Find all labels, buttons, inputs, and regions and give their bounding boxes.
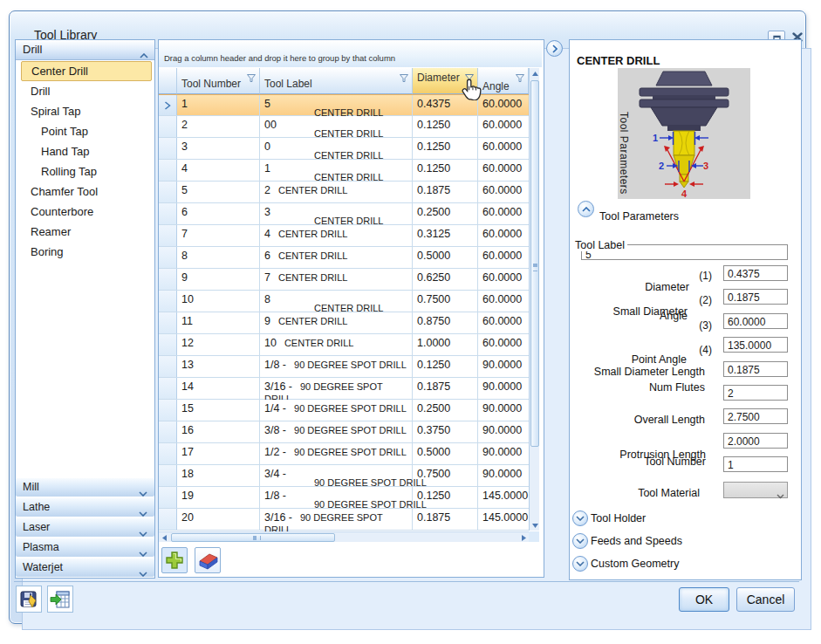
- table-row[interactable]: 15CENTER DRILL0.437560.0000: [159, 94, 529, 116]
- table-row[interactable]: 200CENTER DRILL0.125060.0000: [159, 116, 529, 138]
- table-row[interactable]: 171/2 -90 DEGREE SPOT DRILL0.500090.0000: [159, 443, 529, 465]
- vertical-scroll-thumb[interactable]: [530, 80, 539, 447]
- scroll-left-icon[interactable]: [159, 532, 169, 543]
- row-header-cell[interactable]: [159, 421, 177, 442]
- sidebar-item-center-drill[interactable]: Center Drill: [21, 61, 152, 81]
- point-angle-input[interactable]: 135.0000: [723, 337, 788, 353]
- row-header-cell[interactable]: [159, 443, 177, 464]
- row-header-cell[interactable]: [159, 160, 177, 181]
- sidebar-item-hand-tap[interactable]: Hand Tap: [16, 141, 154, 161]
- filter-icon[interactable]: [515, 71, 525, 86]
- row-header-cell[interactable]: [159, 138, 177, 159]
- row-header-cell[interactable]: [159, 247, 177, 268]
- table-row[interactable]: 74CENTER DRILL0.312560.0000: [159, 225, 529, 247]
- ok-button[interactable]: OK: [679, 587, 729, 612]
- column-header-diameter[interactable]: Diameter: [413, 68, 478, 94]
- angle-input[interactable]: 60.0000: [723, 313, 788, 329]
- table-row[interactable]: 191/8 -90 DEGREE SPOT DRILL0.1250145.000…: [159, 487, 529, 509]
- sidebar-group-drill[interactable]: Drill: [16, 40, 154, 60]
- column-header-tool-label[interactable]: Tool Label: [260, 68, 413, 94]
- table-row[interactable]: 63CENTER DRILL0.250060.0000: [159, 203, 529, 225]
- tool-number-input[interactable]: 1: [723, 456, 788, 472]
- add-tool-button[interactable]: [161, 547, 188, 573]
- table-row[interactable]: 183/4 -90 DEGREE SPOT DRILL0.750090.0000: [159, 465, 529, 487]
- import-export-button[interactable]: [47, 586, 73, 613]
- filter-icon[interactable]: [246, 71, 257, 86]
- row-header-cell[interactable]: [159, 509, 177, 530]
- overall-length-input[interactable]: 2.7500: [723, 408, 788, 424]
- row-header-cell[interactable]: [159, 225, 177, 246]
- section-custom-geometry[interactable]: Custom Geometry: [572, 555, 679, 572]
- table-row[interactable]: 41CENTER DRILL0.125060.0000: [159, 160, 529, 182]
- column-header-angle[interactable]: Angle: [478, 68, 529, 94]
- horizontal-scroll-thumb[interactable]: [171, 533, 335, 542]
- vertical-scrollbar[interactable]: [529, 68, 539, 531]
- table-row[interactable]: 143/16 -90 DEGREE SPOT DRILL0.187590.000…: [159, 378, 529, 400]
- cell-tool-number: 1: [177, 95, 260, 115]
- row-header-cell[interactable]: [159, 203, 177, 224]
- small-diameter-length-input[interactable]: 0.1875: [723, 361, 788, 377]
- row-header-cell[interactable]: [159, 356, 177, 377]
- sidebar-item-drill[interactable]: Drill: [16, 81, 154, 101]
- sidebar-item-boring[interactable]: Boring: [16, 242, 154, 262]
- table-row[interactable]: 30CENTER DRILL0.125060.0000: [159, 138, 529, 160]
- tool-material-select[interactable]: [723, 482, 788, 498]
- row-header-cell[interactable]: [159, 182, 177, 202]
- small-diameter-input[interactable]: 0.1875: [723, 289, 788, 305]
- sidebar-group-mill[interactable]: Mill: [16, 477, 154, 497]
- sidebar-group-lathe[interactable]: Lathe: [16, 497, 154, 517]
- scroll-down-icon[interactable]: [530, 520, 540, 531]
- table-row[interactable]: 86CENTER DRILL0.500060.0000: [159, 247, 529, 269]
- row-header-cell[interactable]: [159, 378, 177, 399]
- tool-desc: 90 DEGREE SPOT DRILL: [314, 499, 427, 510]
- table-row[interactable]: 119CENTER DRILL0.875060.0000: [159, 312, 529, 334]
- table-row[interactable]: 97CENTER DRILL0.625060.0000: [159, 269, 529, 291]
- diameter-input[interactable]: 0.4375: [723, 265, 788, 281]
- sidebar-group-plasma[interactable]: Plasma: [16, 538, 154, 557]
- sidebar-item-point-tap[interactable]: Point Tap: [16, 121, 154, 141]
- sidebar-item-spiral-tap[interactable]: Spiral Tap: [16, 101, 154, 121]
- section-feeds-and-speeds[interactable]: Feeds and Speeds: [572, 532, 682, 550]
- num-flutes-input[interactable]: 2: [723, 385, 788, 401]
- row-header-cell[interactable]: [159, 291, 177, 312]
- table-row[interactable]: 131/8 -90 DEGREE SPOT DRILL0.125090.0000: [159, 356, 529, 378]
- column-header-tool-number[interactable]: Tool Number: [177, 68, 260, 94]
- table-row[interactable]: 151/4 -90 DEGREE SPOT DRILL0.250090.0000: [159, 400, 529, 421]
- protrusion-length-input[interactable]: 2.0000: [723, 433, 788, 449]
- scroll-right-icon[interactable]: [518, 532, 529, 543]
- sidebar-item-chamfer-tool[interactable]: Chamfer Tool: [16, 182, 154, 202]
- table-row[interactable]: 52CENTER DRILL0.187560.0000: [159, 182, 529, 203]
- collapse-details-button[interactable]: [546, 40, 563, 57]
- row-header-cell[interactable]: [159, 334, 177, 355]
- filter-icon[interactable]: [464, 71, 475, 86]
- cancel-button[interactable]: Cancel: [736, 587, 795, 612]
- row-header-cell[interactable]: [159, 465, 177, 486]
- row-header-cell[interactable]: [159, 269, 177, 290]
- filter-icon[interactable]: [399, 71, 409, 86]
- row-header-cell[interactable]: [159, 487, 177, 508]
- sidebar-group-waterjet[interactable]: Waterjet: [16, 558, 154, 577]
- table-row[interactable]: 163/8 -90 DEGREE SPOT DRILL0.375090.0000: [159, 421, 529, 443]
- tool-desc: CENTER DRILL: [278, 250, 347, 261]
- horizontal-scrollbar[interactable]: [159, 531, 529, 542]
- row-header-cell[interactable]: [159, 312, 177, 333]
- row-header-cell[interactable]: [159, 400, 177, 421]
- sidebar-item-reamer[interactable]: Reamer: [16, 222, 154, 242]
- chevron-down-icon[interactable]: [572, 556, 588, 572]
- section-tool-holder[interactable]: Tool Holder: [572, 510, 646, 527]
- table-row[interactable]: 203/16 -90 DEGREE SPOT DRILL0.1875145.00…: [159, 509, 529, 531]
- delete-tool-button[interactable]: [195, 547, 221, 573]
- save-library-button[interactable]: [16, 586, 42, 613]
- scroll-up-icon[interactable]: [530, 68, 540, 79]
- sidebar-item-rolling-tap[interactable]: Rolling Tap: [16, 161, 154, 182]
- sidebar-group-laser[interactable]: Laser: [16, 517, 154, 537]
- chevron-down-icon[interactable]: [572, 510, 588, 526]
- group-by-drop-zone[interactable]: Drag a column header and drop it here to…: [159, 40, 542, 67]
- collapse-section-button[interactable]: [578, 201, 594, 217]
- sidebar-item-counterbore[interactable]: Counterbore: [16, 202, 154, 222]
- chevron-down-icon[interactable]: [572, 533, 588, 549]
- selected-row-indicator[interactable]: [159, 95, 177, 115]
- row-header-cell[interactable]: [159, 116, 177, 137]
- table-row[interactable]: 1210CENTER DRILL1.000060.0000: [159, 334, 529, 356]
- table-row[interactable]: 108CENTER DRILL0.750060.0000: [159, 291, 529, 312]
